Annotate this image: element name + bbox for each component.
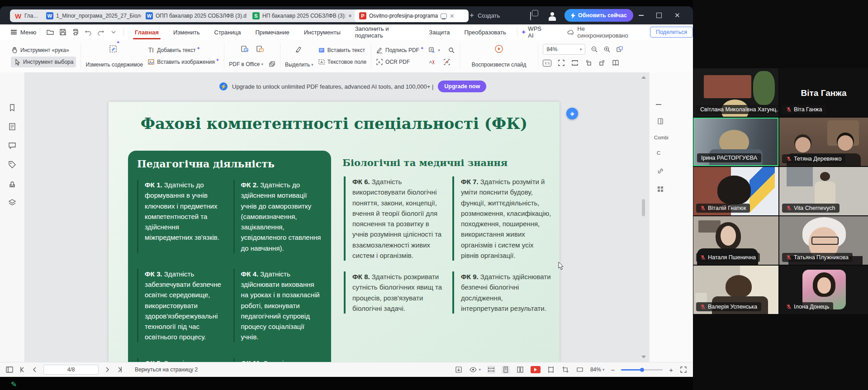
video-tile-ilona[interactable]: Ілона Донець [779,266,868,314]
menu-page[interactable]: Страница [214,29,241,36]
print-icon[interactable] [71,28,80,36]
redo-icon[interactable] [97,28,105,36]
highlight-button[interactable]: Выделить ▾ [285,44,313,68]
two-page-view-icon[interactable] [516,366,524,374]
tag-icon[interactable] [8,160,17,169]
copy-pages-icon[interactable] [268,61,275,68]
menu-edit[interactable]: Изменить [173,29,200,36]
translate-icon[interactable]: 文A [428,47,436,54]
redact-icon[interactable]: N [443,58,451,66]
frame-view-icon[interactable] [547,366,555,374]
open-folder-icon[interactable] [46,28,54,36]
ocr-pdf-button[interactable]: A OCR PDF [376,57,424,67]
chevron-down-icon[interactable] [109,28,118,36]
annotate-pencil-icon[interactable]: ✎ [11,380,17,389]
close-tab-icon[interactable]: ✕ [450,13,455,19]
next-page-icon[interactable] [103,366,111,374]
sync-status[interactable]: Не синхронизировано [564,25,633,39]
bookmark-icon[interactable] [8,103,17,112]
menu-tools[interactable]: Инструменты [304,29,341,36]
text-field-button[interactable]: A Текстовое поле [318,57,366,67]
scroll-up-icon[interactable] [641,76,646,79]
link-icon[interactable] [657,167,664,175]
video-tile-natalya[interactable]: Наталя Пшенична [693,216,778,265]
fullscreen-icon[interactable] [679,366,688,374]
pdf-slide-page[interactable]: Фахові компетентності спеціальності (ФК)… [109,102,560,362]
layers-icon[interactable] [8,198,17,207]
book-view-icon[interactable] [612,59,619,67]
tab-doc-minor-programa[interactable]: W 1_Minor_програма_2025_27_Біологі [42,10,147,22]
assistant-float-button[interactable]: ◈ [566,108,578,119]
view-options-button[interactable]: ▾ [469,366,481,374]
fit-page-icon[interactable] [558,59,565,67]
actual-size-icon[interactable]: 1:1 [543,60,551,67]
scroll-down-icon[interactable] [641,356,646,358]
upgrade-now-button[interactable]: Upgrade now [438,81,486,92]
maximize-icon[interactable] [656,13,662,18]
status-zoom-select[interactable]: 84% ▾ [590,366,605,373]
vertical-scrollbar-thumb[interactable] [642,199,645,216]
new-tab-button[interactable]: + Создать [470,11,500,20]
zoom-slider[interactable] [621,369,663,371]
thumbnails-icon[interactable] [8,122,17,131]
close-window-icon[interactable]: ✕ [674,12,680,19]
menu-protect[interactable]: Защита [429,29,450,36]
back-to-page-link[interactable]: Вернуться на страницу 2 [135,366,198,373]
edit-content-button[interactable]: ✦ Изменить содержимое [85,44,143,68]
panel-icon[interactable] [657,118,664,125]
rotate-left-icon[interactable] [585,59,592,67]
fit-width-view-icon[interactable] [487,366,495,374]
video-tile-tetyana-derevyanko[interactable]: Тетяна Деревянко [779,118,868,166]
hand-tool-button[interactable]: Инструмент «рука» [11,45,76,56]
video-tile-vita-chernevych[interactable]: Vita Chernevych [779,167,868,215]
zoom-minus-button[interactable]: − [611,366,615,374]
apps-grid-icon[interactable] [657,185,664,193]
sign-pdf-button[interactable]: Подпись PDF ✦ [376,45,424,56]
play-slide-button[interactable]: Воспроизвести слайд [472,44,526,68]
crop-view-icon[interactable] [561,366,569,374]
tab-wps-home[interactable]: W Гла... [10,10,46,22]
panel-label-c[interactable]: C [657,150,660,156]
page-layout-icon[interactable] [616,46,623,53]
video-tile-vita-ganzha[interactable]: Віта Ганжа Віта Ганжа [779,68,868,117]
collapse-panel-icon[interactable] [656,104,661,105]
update-now-button[interactable]: Обновить сейчас [564,9,633,22]
zoom-out-icon[interactable] [591,46,598,53]
panel-label-combi[interactable]: Combi [654,135,669,140]
video-tile-tatyana-pluzhnikova[interactable]: Татьяна Плужникова [779,216,868,265]
tab-pdf-osvitno-programa[interactable]: P Osvitno-profesijna-programa ✕ [355,10,469,22]
pdf-to-office-button[interactable]: W PDF в Office ▾ [229,44,275,68]
video-tile-valeriya[interactable]: Валерія Успенська [693,266,778,314]
zoom-plus-button[interactable]: + [669,366,673,374]
rotate-right-icon[interactable] [598,59,606,67]
insert-text-button[interactable]: Вставить текст [318,45,366,56]
zoom-slider-knob[interactable] [640,368,644,372]
tab-doc-opp-bakalavr[interactable]: W ОПП бакалавр 2025 СОБЗЛФВ (3).d [141,10,253,22]
search-icon[interactable] [448,47,455,54]
share-button[interactable]: Поделиться [650,27,693,38]
video-tile-iryna[interactable]: Ірина РАСТОРГУЄВА [693,118,778,166]
sidebar-toggle-icon[interactable] [5,366,14,374]
page-number-input[interactable]: 4/8 [43,365,99,375]
video-tile-vitaliy[interactable]: Віталій Гнатюк [693,167,778,215]
undo-icon[interactable] [84,28,92,36]
menu-fill-sign[interactable]: Заполнить и подписать [355,25,415,39]
tab-list-icon[interactable] [530,12,531,20]
wps-ai-button[interactable]: ✦ WPS AI [521,25,547,39]
menu-home[interactable]: Главная [135,29,159,36]
comment-icon[interactable] [8,141,17,150]
document-area[interactable]: ⚡ Upgrade to unlock unlimited PDF featur… [25,72,649,362]
minimize-icon[interactable] [639,15,644,16]
fit-width-icon[interactable] [571,59,579,67]
stamp-icon[interactable] [8,179,17,188]
zoom-in-icon[interactable] [603,46,611,53]
play-presentation-button[interactable] [531,366,541,373]
tab-sheet-np-bakalavr[interactable]: S НП бакалавр 2025 СОБЗЛФВ (3): [248,10,360,22]
add-text-button[interactable]: Добавить текст ✦ [147,45,219,56]
prev-page-icon[interactable] [31,366,39,374]
first-page-icon[interactable] [18,366,26,374]
insert-images-button[interactable]: Вставить изображения ✦ [147,57,219,67]
translate-doc-icon[interactable]: A [428,58,436,66]
zoom-select[interactable]: 84% ▾ [543,44,585,55]
export-icon[interactable] [455,366,463,374]
